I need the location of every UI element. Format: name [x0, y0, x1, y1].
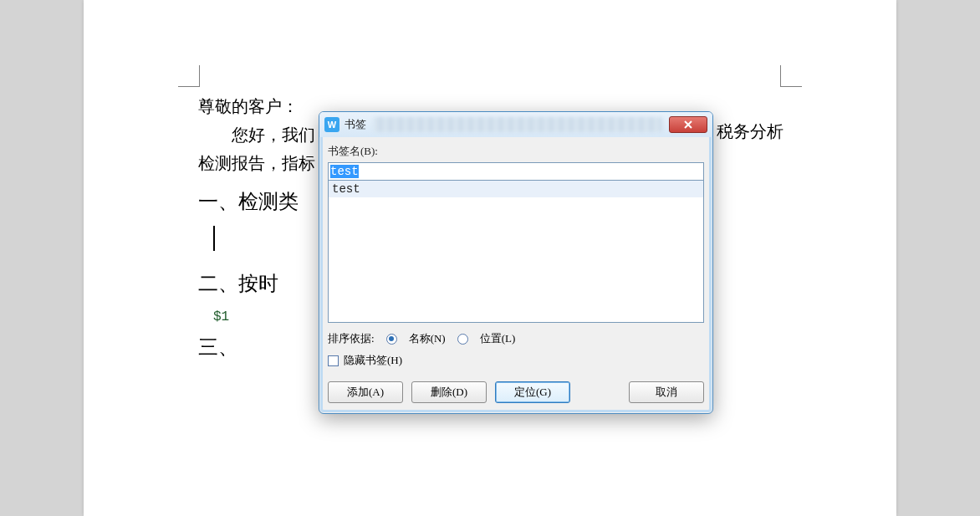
crop-mark-right: [780, 65, 802, 87]
dialog-titlebar[interactable]: W 书签: [319, 112, 712, 137]
doc-right-fragment-visible: 税务分析: [717, 120, 783, 143]
close-button[interactable]: [669, 116, 707, 133]
sort-row: 排序依据: 名称(N) 位置(L): [328, 331, 704, 346]
dialog-button-row: 添加(A) 删除(D) 定位(G) 取消: [328, 381, 704, 403]
list-item[interactable]: test: [329, 181, 703, 197]
bookmark-listbox[interactable]: test: [328, 181, 704, 323]
bookmark-name-input[interactable]: [328, 162, 704, 181]
radio-location-label: 位置(L): [480, 331, 516, 346]
cancel-button[interactable]: 取消: [629, 381, 704, 403]
sort-label: 排序依据:: [328, 331, 375, 346]
crop-mark-left: [178, 65, 200, 87]
doc-hello-line: 您好，我们: [232, 125, 315, 144]
radio-location[interactable]: [457, 334, 468, 345]
goto-button[interactable]: 定位(G): [495, 381, 570, 403]
close-icon: [683, 120, 693, 130]
bookmark-name-label: 书签名(B):: [328, 144, 704, 159]
doc-placeholder: $1: [213, 309, 229, 324]
app-icon: W: [324, 117, 339, 132]
hide-bookmarks-checkbox[interactable]: [328, 355, 339, 366]
delete-button[interactable]: 删除(D): [411, 381, 487, 403]
radio-name[interactable]: [386, 334, 397, 345]
radio-name-label: 名称(N): [409, 331, 446, 346]
bookmark-dialog: W 书签 税务分析 书签名(B): test 排序依据: 名称(N) 位置(L)…: [319, 111, 713, 414]
add-button[interactable]: 添加(A): [328, 381, 403, 403]
text-caret: [213, 226, 215, 251]
hide-bookmarks-label: 隐藏书签(H): [344, 353, 402, 368]
hide-bookmarks-row: 隐藏书签(H): [328, 353, 704, 368]
dialog-body: 税务分析 书签名(B): test 排序依据: 名称(N) 位置(L) 隐藏书签…: [319, 137, 712, 413]
title-blurred-area: [373, 117, 662, 132]
dialog-title: 书签: [345, 117, 366, 132]
